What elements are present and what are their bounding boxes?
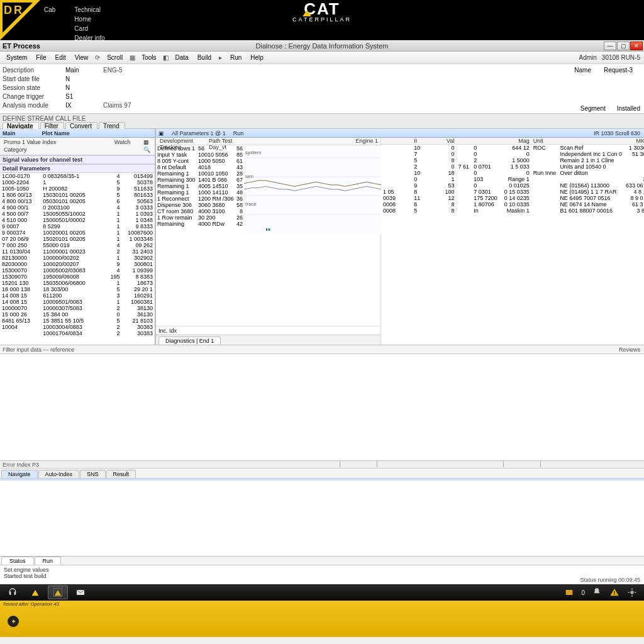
brand-link-cab[interactable]: Cab bbox=[44, 6, 55, 13]
param-row[interactable]: 18 000 13818 303/00529 20 1 bbox=[0, 286, 155, 292]
rt-icon[interactable]: ▣ bbox=[158, 130, 164, 136]
param-row[interactable]: 1C00-01700 083268/35-14015499 bbox=[0, 173, 155, 179]
chart-series-row[interactable]: Defined rows 15656 bbox=[156, 145, 244, 152]
chart-series-row[interactable]: CT room 36804000 31008 bbox=[156, 208, 244, 214]
param-row[interactable]: 7 000 25055000 019409 262 bbox=[0, 242, 155, 248]
output-body[interactable]: Set engine values Started test build Sta… bbox=[0, 565, 644, 584]
tray-warning-icon[interactable] bbox=[609, 587, 620, 598]
chart-series-row[interactable]: 1 Reconnect1200 RM /30636 bbox=[156, 196, 244, 202]
data-row[interactable]: 00 bbox=[456, 151, 531, 157]
data-row[interactable]: 301 bbox=[531, 176, 644, 182]
taskbar-headset-icon[interactable] bbox=[3, 586, 23, 599]
menu-tools[interactable]: Tools bbox=[138, 53, 160, 62]
data-row[interactable]: B1 601 88007 000163 8 05 bbox=[531, 208, 644, 214]
param-row[interactable]: 1530007010005002/0308341 09399 bbox=[0, 267, 155, 274]
taskbar-cat-icon[interactable] bbox=[25, 586, 45, 599]
tray-bell-icon[interactable] bbox=[591, 587, 602, 598]
param-search-icon[interactable]: ▦ bbox=[143, 139, 149, 145]
param-row[interactable]: 4 800 00/1305030101 00205650563 bbox=[0, 198, 155, 204]
data-col-mid[interactable]: Mag0644 120021 50007 610 07011 5 0330010… bbox=[456, 138, 531, 345]
param-row[interactable]: 14 008 1510009501/008311060381 bbox=[0, 299, 155, 305]
chart-series-row[interactable]: Remaining 110010 105028 bbox=[156, 170, 244, 177]
param-row[interactable]: 1000007010000307/5083238130 bbox=[0, 305, 155, 311]
param-row[interactable]: 1000-22041550378 bbox=[0, 179, 155, 186]
bottom-blank-area[interactable] bbox=[0, 479, 644, 557]
menu-build[interactable]: Build bbox=[194, 53, 215, 62]
param-row[interactable]: 4 510 00015000501/0000211 0348 bbox=[0, 217, 155, 223]
out-tab-run[interactable]: Run bbox=[35, 557, 62, 565]
chart-series-row[interactable]: 1 Row remain30 20026 bbox=[156, 214, 244, 221]
data-row[interactable]: 58 bbox=[381, 157, 456, 164]
data-row[interactable]: 00 bbox=[456, 170, 531, 176]
param-hdr-main[interactable]: Main bbox=[3, 130, 16, 136]
menu-run[interactable]: Run bbox=[226, 53, 245, 62]
menu-marker-icon[interactable]: ◧ bbox=[162, 53, 170, 62]
tray-box-icon[interactable] bbox=[564, 587, 575, 598]
data-row[interactable]: 00391112 bbox=[381, 195, 456, 201]
chart-series-row[interactable]: Remaining 11000 1411048 bbox=[156, 189, 244, 196]
chart-plot[interactable]: system sen trace bbox=[244, 145, 380, 326]
menu-refresh-icon[interactable]: ⟳ bbox=[93, 53, 102, 62]
data-row[interactable]: 103Range 1 bbox=[456, 176, 531, 182]
taskbar-mail-icon[interactable] bbox=[70, 586, 91, 599]
data-row[interactable]: 7 610 07011 5 033 bbox=[456, 164, 531, 170]
data-row[interactable]: 953 bbox=[381, 182, 456, 189]
data-row[interactable]: Run InneOver ditton91 bbox=[531, 170, 644, 176]
param-row[interactable]: 1005-1050H 2000829511633 bbox=[0, 186, 155, 192]
param-row[interactable]: 9 00078 529919 8333 bbox=[0, 223, 155, 230]
data-row[interactable]: 00 01025 bbox=[456, 182, 531, 189]
chart-series-row[interactable]: Remaining4000 RDw42 bbox=[156, 221, 244, 227]
chart-series-row[interactable]: Remaining 14005 1451035 bbox=[156, 183, 244, 189]
window-close-button[interactable]: ✕ bbox=[630, 42, 643, 50]
param-row[interactable]: 14 008 156112003160291 bbox=[0, 292, 155, 299]
data-row[interactable]: 000858 bbox=[381, 208, 456, 214]
out-tab-status[interactable]: Status bbox=[1, 557, 34, 565]
param-row[interactable]: 4 500 00/715005055/1000211 0393 bbox=[0, 211, 155, 217]
data-row[interactable]: 7 03010 15 0335 bbox=[456, 189, 531, 195]
menu-data[interactable]: Data bbox=[172, 53, 192, 62]
btab-navigate[interactable]: Navigate bbox=[1, 470, 38, 478]
menu-play-icon[interactable]: ▸ bbox=[216, 53, 225, 62]
chart-tab-diagnostics[interactable]: Diagnostics | End 1 bbox=[158, 336, 221, 345]
data-row[interactable]: 1 807060 10 0335 bbox=[456, 201, 531, 208]
footer-lock-icon[interactable]: ✦ bbox=[8, 616, 19, 627]
data-row[interactable]: NE 6495 7007 05168 9 0 6 0 bbox=[531, 195, 644, 201]
btab-result[interactable]: Result bbox=[106, 470, 136, 478]
param-filter-icon[interactable]: 🔍 bbox=[143, 147, 150, 153]
data-row[interactable]: NE 0674 14 Name61 3 0 0 bbox=[531, 201, 644, 208]
data-row[interactable]: Remain 2 1 in 1 Cline81 bbox=[531, 157, 644, 164]
menu-edit[interactable]: Edit bbox=[51, 53, 69, 62]
param-body[interactable]: Signal values for channel test Detail Pa… bbox=[0, 155, 155, 345]
data-row[interactable]: 1018 bbox=[381, 170, 456, 176]
param-row[interactable]: 4 900 00/10 200310043 0333 bbox=[0, 204, 155, 211]
btab-autoindex[interactable]: Auto-Index bbox=[38, 470, 80, 478]
data-row[interactable]: 21 5000 bbox=[456, 157, 531, 164]
param-row[interactable]: 1 806 00/1315030101 002055801633 bbox=[0, 192, 155, 198]
data-row[interactable]: Independent Inc 1 Con 051 3600 bbox=[531, 151, 644, 157]
brand-link-technical[interactable]: Technical bbox=[74, 6, 104, 13]
menu-system[interactable]: System bbox=[3, 53, 31, 62]
param-row[interactable]: 15 000 2615 384 00036130 bbox=[0, 311, 155, 318]
chart-series-list[interactable]: Defined rows 15656Input Y task10010 5056… bbox=[156, 145, 244, 326]
param-row[interactable]: 15309070195009/060081958 8383 bbox=[0, 274, 155, 280]
menu-scroll[interactable]: Scroll bbox=[103, 53, 126, 62]
data-row[interactable]: 01 bbox=[381, 176, 456, 182]
param-row[interactable]: 07 20 06/915020101 0020511 003348 bbox=[0, 236, 155, 242]
data-row[interactable]: 1 058100 bbox=[381, 189, 456, 195]
param-row[interactable]: 9 00037410020001 00205110087600 bbox=[0, 230, 155, 236]
btab-sns[interactable]: SNS bbox=[80, 470, 106, 478]
menu-file[interactable]: File bbox=[32, 53, 50, 62]
data-row[interactable]: 100 bbox=[381, 145, 456, 152]
data-row[interactable]: 000868 bbox=[381, 201, 456, 208]
data-row[interactable]: InMaskin 1 bbox=[456, 208, 531, 214]
param-row[interactable]: 82130000100000/002021302902 bbox=[0, 255, 155, 261]
data-row[interactable]: NE (01564) 113000633 06 0 1 bbox=[531, 182, 644, 189]
chart-series-row[interactable]: 8 005 Y-cont1000 505061 bbox=[156, 158, 244, 164]
menu-help[interactable]: Help bbox=[247, 53, 267, 62]
data-row[interactable]: NE (01495) 1 1 7 RAR4 8 106 bbox=[531, 189, 644, 195]
param-row[interactable]: 11 0130/0411000001 00023231 2403 bbox=[0, 248, 155, 255]
taskbar-app-icon[interactable] bbox=[48, 586, 68, 599]
data-row[interactable]: 0644 12 bbox=[456, 145, 531, 152]
window-maximize-button[interactable]: ▢ bbox=[617, 42, 630, 50]
param-row[interactable]: 10001704/0834230383 bbox=[0, 330, 155, 336]
